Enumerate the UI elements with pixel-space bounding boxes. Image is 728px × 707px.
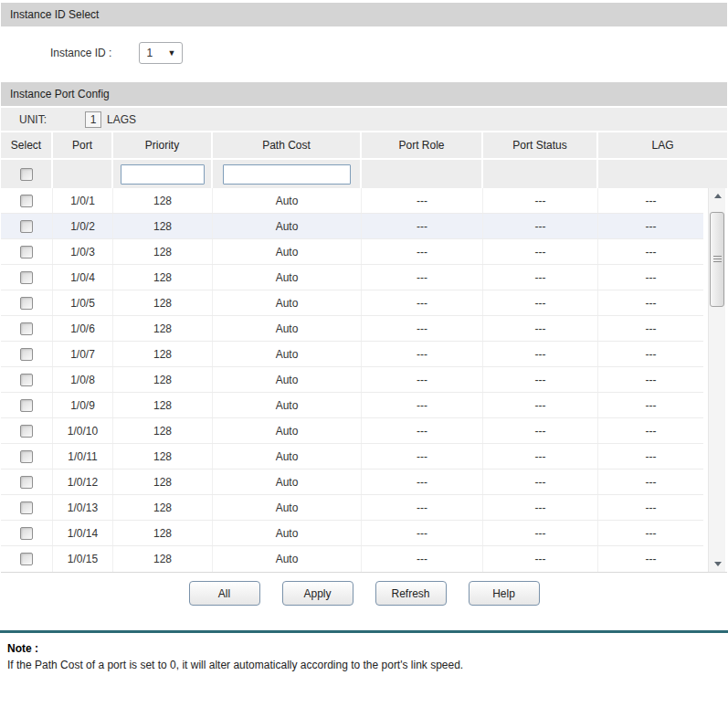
priority-cell: 128: [113, 188, 213, 213]
refresh-button[interactable]: Refresh: [375, 581, 447, 606]
table-filter-row: [1, 160, 727, 188]
port-cell: 1/0/5: [53, 290, 113, 315]
note-title: Note :: [0, 640, 728, 659]
row-checkbox[interactable]: [20, 399, 33, 412]
port-role-cell: ---: [362, 521, 483, 545]
scrollbar-thumb[interactable]: [710, 212, 724, 307]
unit-1-button[interactable]: 1: [85, 111, 101, 128]
port-role-cell: ---: [362, 546, 483, 572]
path-cost-cell: Auto: [213, 521, 362, 545]
table-row: 1/0/12 128 Auto --- --- ---: [1, 470, 703, 495]
row-checkbox[interactable]: [20, 501, 33, 514]
column-header-port-status: Port Status: [483, 132, 598, 158]
instance-id-dropdown[interactable]: 1 ▼: [139, 42, 183, 64]
row-checkbox[interactable]: [20, 220, 33, 233]
row-checkbox[interactable]: [20, 271, 33, 284]
path-cost-cell: Auto: [213, 393, 362, 417]
path-cost-cell: Auto: [213, 239, 362, 264]
port-role-cell: ---: [362, 342, 483, 366]
port-status-cell: ---: [483, 521, 598, 545]
lag-cell: ---: [598, 290, 703, 315]
port-status-cell: ---: [483, 342, 598, 366]
table-row: 1/0/14 128 Auto --- --- ---: [1, 521, 703, 546]
path-cost-cell: Auto: [213, 495, 362, 520]
port-role-cell: ---: [362, 290, 483, 315]
unit-label: UNIT:: [19, 113, 47, 126]
port-status-cell: ---: [483, 367, 598, 392]
scroll-down-button[interactable]: [709, 556, 726, 572]
lag-cell: ---: [598, 418, 703, 443]
row-checkbox[interactable]: [20, 246, 33, 259]
table-row: 1/0/15 128 Auto --- --- ---: [1, 546, 703, 572]
port-role-cell: ---: [362, 239, 483, 264]
table-row: 1/0/6 128 Auto --- --- ---: [1, 316, 703, 342]
table-row: 1/0/10 128 Auto --- --- ---: [1, 418, 703, 444]
row-checkbox[interactable]: [20, 374, 33, 386]
priority-cell: 128: [113, 521, 213, 545]
lag-cell: ---: [598, 470, 703, 494]
table-row: 1/0/4 128 Auto --- --- ---: [1, 265, 703, 290]
scroll-up-button[interactable]: [709, 188, 726, 204]
port-status-cell: ---: [483, 290, 598, 315]
lag-cell: ---: [598, 265, 703, 290]
port-cell: 1/0/3: [53, 239, 113, 264]
path-cost-input[interactable]: [223, 164, 351, 185]
lag-cell: ---: [598, 214, 703, 238]
all-button[interactable]: All: [189, 581, 260, 606]
path-cost-cell: Auto: [213, 316, 362, 341]
vertical-scrollbar[interactable]: [708, 188, 725, 572]
column-header-port: Port: [53, 132, 113, 158]
scrollbar-grip-icon: [713, 256, 722, 263]
lags-button[interactable]: LAGS: [107, 113, 136, 126]
row-checkbox[interactable]: [20, 348, 33, 361]
table-row: 1/0/1 128 Auto --- --- ---: [1, 188, 703, 214]
priority-cell: 128: [113, 393, 213, 417]
priority-cell: 128: [113, 418, 213, 443]
port-role-cell: ---: [362, 265, 483, 290]
table-body-rows: 1/0/1 128 Auto --- --- --- 1/0/2 128 Aut…: [1, 188, 703, 572]
row-checkbox[interactable]: [20, 476, 33, 489]
scroll-up-icon: [714, 194, 722, 198]
port-status-cell: ---: [483, 495, 598, 520]
filter-port-status-cell: [483, 160, 598, 188]
lag-cell: ---: [598, 342, 703, 366]
instance-id-dropdown-value: 1: [146, 47, 153, 59]
select-all-checkbox[interactable]: [20, 168, 33, 181]
instance-id-label: Instance ID :: [50, 47, 111, 59]
priority-cell: 128: [113, 470, 213, 494]
priority-cell: 128: [113, 342, 213, 366]
lag-cell: ---: [598, 393, 703, 417]
priority-input[interactable]: [121, 164, 205, 185]
priority-cell: 128: [113, 367, 213, 392]
unit-bar: UNIT: 1 LAGS: [1, 108, 727, 131]
port-cell: 1/0/2: [53, 214, 113, 238]
row-checkbox[interactable]: [20, 553, 33, 565]
priority-cell: 128: [113, 290, 213, 315]
row-checkbox[interactable]: [20, 297, 33, 310]
port-cell: 1/0/14: [53, 521, 113, 545]
row-checkbox[interactable]: [20, 450, 33, 463]
path-cost-cell: Auto: [213, 418, 362, 443]
priority-cell: 128: [113, 239, 213, 264]
help-button[interactable]: Help: [469, 581, 540, 606]
row-checkbox[interactable]: [20, 322, 33, 335]
table-row: 1/0/5 128 Auto --- --- ---: [1, 290, 703, 316]
row-checkbox[interactable]: [20, 195, 33, 207]
filter-port-role-cell: [362, 160, 483, 188]
instance-port-config-title: Instance Port Config: [10, 88, 110, 100]
row-checkbox[interactable]: [20, 527, 33, 540]
table-row: 1/0/2 128 Auto --- --- ---: [1, 214, 703, 239]
lag-cell: ---: [598, 239, 703, 264]
button-row: All Apply Refresh Help: [0, 581, 728, 606]
apply-button[interactable]: Apply: [282, 581, 353, 606]
port-role-cell: ---: [362, 495, 483, 520]
port-status-cell: ---: [483, 393, 598, 417]
path-cost-cell: Auto: [213, 546, 362, 572]
port-status-cell: ---: [483, 470, 598, 494]
port-role-cell: ---: [362, 393, 483, 417]
lag-cell: ---: [598, 495, 703, 520]
row-checkbox[interactable]: [20, 425, 33, 438]
filter-lag-cell: [598, 160, 727, 188]
port-status-cell: ---: [483, 239, 598, 264]
path-cost-cell: Auto: [213, 188, 362, 213]
